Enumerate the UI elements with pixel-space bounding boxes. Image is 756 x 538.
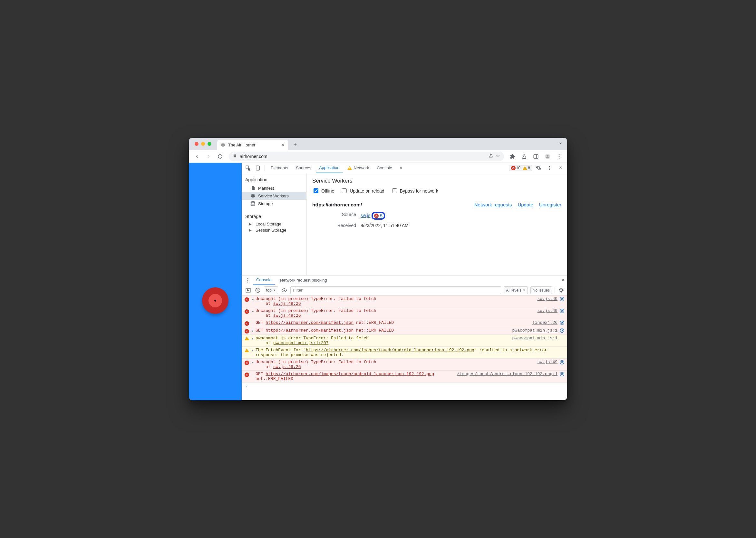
clear-console-icon[interactable]	[254, 286, 261, 295]
url-link[interactable]: https://airhorner.com/images/touch/andro…	[306, 348, 474, 352]
update-on-reload-checkbox[interactable]: Update on reload	[341, 188, 384, 194]
console-settings-icon[interactable]	[557, 286, 565, 295]
live-expression-icon[interactable]	[281, 286, 288, 295]
svg-point-5	[559, 154, 560, 155]
console-row[interactable]: ✕ ▶ GET https://airhorner.com/images/tou…	[242, 371, 567, 383]
browser-tab[interactable]: The Air Horner ✕	[217, 140, 288, 150]
settings-icon[interactable]	[534, 163, 543, 173]
url-link[interactable]: https://airhorner.com/manifest.json	[265, 328, 354, 333]
reload-button[interactable]	[215, 152, 225, 161]
tab-application[interactable]: Application	[316, 163, 343, 173]
sw-error-count-link[interactable]: 5	[380, 213, 383, 218]
console-row[interactable]: ✕ ▶ Uncaught (in promise) TypeError: Fai…	[242, 307, 567, 319]
drawer-tab-network-request-blocking[interactable]: Network request blocking	[277, 275, 330, 285]
inspect-icon[interactable]	[244, 163, 252, 173]
navigate-icon[interactable]	[559, 328, 565, 333]
sidebar-item-local-storage[interactable]: ▶ Local Storage	[242, 221, 306, 227]
drawer-tab-console[interactable]: Console	[253, 275, 275, 285]
source-link[interactable]: sw.js:49:26	[273, 364, 301, 369]
console-sidebar-toggle-icon[interactable]	[245, 286, 252, 295]
navigate-icon[interactable]	[559, 372, 565, 377]
devtools-close-icon[interactable]: ✕	[555, 163, 565, 173]
network-requests-link[interactable]: Network requests	[474, 202, 512, 207]
expand-caret-icon[interactable]: ▶	[252, 297, 254, 301]
context-selector[interactable]: top ▼	[264, 287, 278, 294]
profile-icon[interactable]	[543, 152, 552, 161]
new-tab-button[interactable]: +	[291, 140, 300, 149]
window-maximize-light[interactable]	[208, 142, 212, 146]
tabs-dropdown-icon[interactable]	[558, 141, 563, 147]
expand-caret-icon[interactable]: ▶	[252, 361, 254, 364]
sidebar-item-session-storage[interactable]: ▶ Session Storage	[242, 227, 306, 233]
filter-input[interactable]	[290, 287, 501, 294]
source-location[interactable]: (index):26	[532, 320, 557, 325]
source-link[interactable]: sw.js:49:26	[273, 313, 301, 318]
expand-caret-icon[interactable]: ▶	[252, 309, 254, 313]
forward-button[interactable]	[204, 152, 213, 161]
side-panel-icon[interactable]	[531, 152, 541, 161]
sidebar-item-storage[interactable]: Storage	[242, 200, 306, 207]
issues-button[interactable]: No Issues	[530, 287, 552, 294]
back-button[interactable]	[192, 152, 202, 161]
source-location[interactable]: pwacompat.min.js:1	[512, 336, 557, 341]
console-row[interactable]: ✕ ▶ Uncaught (in promise) TypeError: Fai…	[242, 359, 567, 371]
console-row[interactable]: ✕ ▶ Uncaught (in promise) TypeError: Fai…	[242, 296, 567, 307]
source-link[interactable]: pwacompat.min.js:1:207	[273, 341, 329, 346]
navigate-icon[interactable]	[559, 320, 565, 325]
window-close-light[interactable]	[195, 142, 199, 146]
expand-caret-icon[interactable]: ▶	[252, 329, 254, 333]
sw-source-link[interactable]: sw.js	[360, 213, 370, 218]
error-warning-pill[interactable]: ✕10 8	[509, 165, 532, 171]
drawer-menu-icon[interactable]	[245, 275, 251, 285]
expand-caret-icon[interactable]: ▶	[252, 337, 254, 341]
update-link[interactable]: Update	[518, 202, 533, 207]
source-location[interactable]: sw.js:49	[538, 296, 557, 301]
console-row[interactable]: ✕ ▶ GET https://airhorner.com/manifest.j…	[242, 319, 567, 327]
source-link[interactable]: sw.js:49:26	[273, 301, 301, 306]
svg-point-26	[248, 281, 249, 282]
tab-network[interactable]: Network	[344, 163, 372, 173]
source-location[interactable]: /images/touch/androi…ricon-192-192.png:1	[457, 372, 557, 376]
expand-caret-icon[interactable]: ▶	[252, 349, 254, 352]
sidebar-item-manifest[interactable]: Manifest	[242, 184, 306, 192]
url-link[interactable]: https://airhorner.com/manifest.json	[265, 320, 354, 325]
airhorn-button[interactable]	[202, 287, 228, 314]
bookmark-icon[interactable]: ☆	[496, 153, 500, 159]
address-bar[interactable]: airhorner.com ☆	[229, 152, 504, 161]
console-row[interactable]: ▶ The FetchEvent for "https://airhorner.…	[242, 347, 567, 359]
drawer-close-icon[interactable]: ✕	[561, 278, 565, 283]
navigate-icon[interactable]	[559, 296, 565, 301]
unregister-link[interactable]: Unregister	[539, 202, 561, 207]
tab-console[interactable]: Console	[373, 163, 396, 173]
source-location[interactable]: sw.js:49	[538, 308, 557, 313]
source-label: Source	[312, 212, 360, 220]
console-row[interactable]: ✕ ▶ GET https://airhorner.com/manifest.j…	[242, 327, 567, 335]
log-levels-selector[interactable]: All levels ▼	[504, 287, 528, 294]
extensions-icon[interactable]	[508, 152, 518, 161]
source-location[interactable]: sw.js:49	[538, 360, 557, 364]
window-minimize-light[interactable]	[201, 142, 205, 146]
warning-count: 8	[528, 166, 530, 170]
bypass-for-network-checkbox[interactable]: Bypass for network	[391, 188, 438, 194]
source-location[interactable]: pwacompat.min.js:1	[512, 328, 557, 333]
chrome-menu-icon[interactable]	[554, 152, 564, 161]
sidebar-item-label: Local Storage	[256, 222, 281, 226]
tab-sources[interactable]: Sources	[293, 163, 314, 173]
labs-icon[interactable]	[519, 152, 529, 161]
svg-point-11	[549, 166, 550, 167]
tab-elements[interactable]: Elements	[267, 163, 291, 173]
console-row[interactable]: ▶ pwacompat.js error TypeError: Failed t…	[242, 335, 567, 347]
navigate-icon[interactable]	[559, 308, 565, 313]
url-link[interactable]: https://airhorner.com/images/touch/andro…	[265, 372, 434, 376]
devtools-menu-icon[interactable]	[544, 163, 554, 173]
tab-more[interactable]: »	[397, 163, 405, 173]
console-prompt[interactable]: ›	[242, 383, 567, 390]
device-toggle-icon[interactable]	[254, 163, 262, 173]
tab-close-icon[interactable]: ✕	[281, 142, 285, 147]
sidebar-heading-storage: Storage	[242, 212, 306, 221]
navigate-icon[interactable]	[559, 360, 565, 365]
tab-strip: The Air Horner ✕ +	[189, 138, 567, 150]
offline-checkbox[interactable]: Offline	[312, 188, 334, 194]
sidebar-item-service-workers[interactable]: Service Workers	[242, 192, 306, 200]
share-icon[interactable]	[488, 153, 494, 159]
